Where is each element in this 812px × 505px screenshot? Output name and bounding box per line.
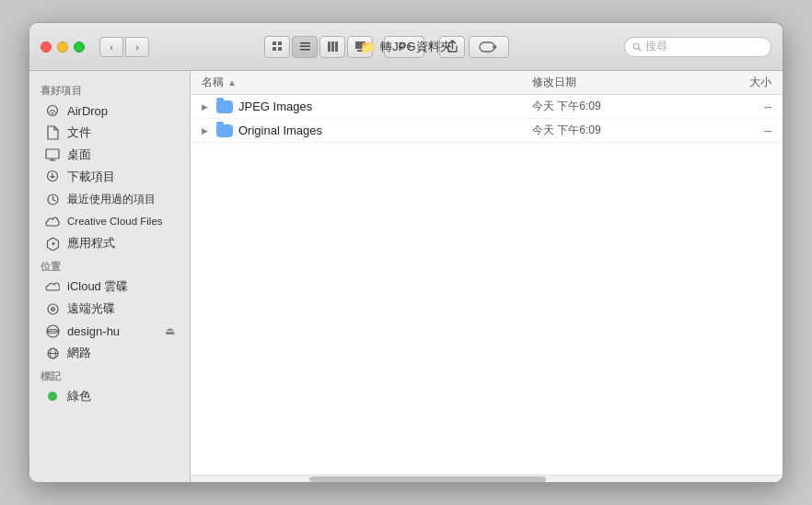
svg-rect-7	[328, 41, 331, 52]
titlebar: ‹ ›	[29, 23, 783, 71]
tag-button[interactable]	[469, 36, 509, 58]
icloud-label: iCloud 雲碟	[67, 278, 128, 295]
sidebar-item-green-tag[interactable]: 綠色	[33, 385, 186, 407]
file-row-name: ▶ JPEG Images	[202, 100, 532, 113]
main-content: 喜好項目 AirDrop 文件	[29, 71, 783, 482]
airdrop-label: AirDrop	[67, 104, 108, 118]
documents-icon	[44, 124, 61, 141]
file-row-name: ▶ Original Images	[202, 123, 532, 137]
col-date-header[interactable]: 修改日期	[532, 75, 698, 90]
file-date: 今天 下午6:09	[532, 123, 698, 138]
tags-section-label: 標記	[29, 364, 190, 385]
svg-point-32	[48, 392, 57, 401]
table-row[interactable]: ▶ JPEG Images 今天 下午6:09 --	[191, 95, 783, 119]
folder-icon	[216, 100, 233, 113]
search-placeholder: 搜尋	[645, 39, 667, 54]
downloads-label: 下載項目	[67, 169, 115, 185]
icloud-icon	[44, 278, 61, 295]
view-list-button[interactable]	[292, 36, 318, 58]
window-title-text: 轉JPG資料夾	[380, 39, 451, 55]
sidebar-item-network[interactable]: 網路	[33, 342, 186, 364]
file-list-pane: 名稱 ▲ 修改日期 大小 ▶ JPEG Images 今天 下午6:09 --	[191, 71, 783, 482]
close-button[interactable]	[41, 41, 52, 53]
file-date: 今天 下午6:09	[532, 99, 698, 114]
svg-line-14	[639, 48, 642, 51]
nav-buttons: ‹ ›	[99, 37, 149, 57]
column-headers: 名稱 ▲ 修改日期 大小	[191, 71, 783, 95]
green-tag-icon	[44, 388, 61, 405]
sidebar-item-creative-cloud[interactable]: Creative Cloud Files	[33, 210, 186, 232]
sidebar-item-downloads[interactable]: 下載項目	[33, 166, 186, 188]
folder-icon	[216, 124, 233, 137]
sidebar-item-recents[interactable]: 最近使用過的項目	[33, 188, 186, 210]
sidebar-item-desktop[interactable]: 桌面	[33, 144, 186, 166]
sidebar: 喜好項目 AirDrop 文件	[29, 71, 191, 482]
favorites-section-label: 喜好項目	[29, 78, 190, 100]
svg-rect-8	[331, 41, 334, 52]
view-icon-grid-button[interactable]	[264, 36, 290, 58]
svg-text:✦: ✦	[50, 241, 55, 247]
search-icon	[632, 42, 642, 52]
finder-window: ‹ ›	[29, 22, 783, 483]
sidebar-item-airdrop[interactable]: AirDrop	[33, 100, 186, 122]
svg-point-16	[52, 112, 53, 114]
svg-point-25	[52, 308, 53, 310]
col-name-header[interactable]: 名稱 ▲	[202, 75, 532, 90]
horizontal-scrollbar[interactable]	[191, 475, 783, 482]
sidebar-item-applications[interactable]: ✦ 應用程式	[33, 232, 186, 254]
creative-cloud-icon	[44, 213, 61, 229]
sidebar-item-design-hu[interactable]: design-hu ⏏	[33, 320, 186, 342]
svg-rect-9	[335, 41, 338, 52]
title-folder-icon: 📁	[360, 40, 376, 54]
filename: Original Images	[238, 123, 322, 137]
eject-icon[interactable]: ⏏	[165, 324, 175, 337]
sidebar-item-remote[interactable]: 遠端光碟	[33, 298, 186, 320]
svg-rect-4	[300, 42, 310, 44]
file-size: --	[698, 124, 771, 137]
recents-label: 最近使用過的項目	[67, 192, 156, 207]
minimize-button[interactable]	[57, 41, 68, 53]
back-button[interactable]: ‹	[99, 37, 123, 57]
green-tag-label: 綠色	[67, 388, 91, 405]
filename: JPEG Images	[238, 100, 312, 113]
col-size-header[interactable]: 大小	[698, 75, 771, 90]
locations-section-label: 位置	[29, 254, 190, 276]
sidebar-item-icloud[interactable]: iCloud 雲碟	[33, 276, 186, 298]
airdrop-icon	[44, 102, 61, 119]
remote-icon	[44, 300, 61, 317]
forward-button[interactable]: ›	[125, 37, 149, 57]
expand-arrow[interactable]: ▶	[202, 126, 211, 135]
recents-icon	[44, 191, 61, 207]
sort-arrow: ▲	[227, 77, 237, 88]
design-hu-label: design-hu	[67, 324, 120, 338]
svg-rect-1	[278, 41, 282, 45]
downloads-icon	[44, 169, 61, 185]
creative-cloud-label: Creative Cloud Files	[67, 216, 163, 227]
window-title: 📁 轉JPG資料夾	[360, 39, 451, 55]
expand-arrow[interactable]: ▶	[202, 102, 211, 112]
svg-rect-6	[300, 49, 310, 51]
file-size: --	[698, 100, 771, 113]
svg-rect-5	[300, 46, 310, 48]
design-hu-icon	[44, 323, 61, 339]
svg-rect-3	[278, 47, 282, 51]
svg-rect-17	[46, 149, 59, 159]
view-buttons	[264, 36, 373, 58]
file-rows: ▶ JPEG Images 今天 下午6:09 -- ▶ Original Im…	[191, 95, 783, 475]
remote-label: 遠端光碟	[67, 300, 115, 317]
desktop-icon	[44, 147, 61, 163]
sidebar-item-documents[interactable]: 文件	[33, 122, 186, 144]
table-row[interactable]: ▶ Original Images 今天 下午6:09 --	[191, 119, 783, 143]
desktop-label: 桌面	[67, 147, 91, 163]
svg-rect-2	[273, 47, 276, 51]
traffic-lights	[41, 41, 85, 53]
network-label: 網路	[67, 345, 91, 361]
network-icon	[44, 345, 61, 361]
applications-icon: ✦	[44, 235, 61, 252]
scrollbar-thumb[interactable]	[309, 476, 546, 482]
maximize-button[interactable]	[74, 41, 85, 53]
search-box[interactable]: 搜尋	[624, 37, 771, 57]
applications-label: 應用程式	[67, 235, 115, 252]
view-columns-button[interactable]	[319, 36, 345, 58]
svg-rect-0	[273, 41, 276, 45]
